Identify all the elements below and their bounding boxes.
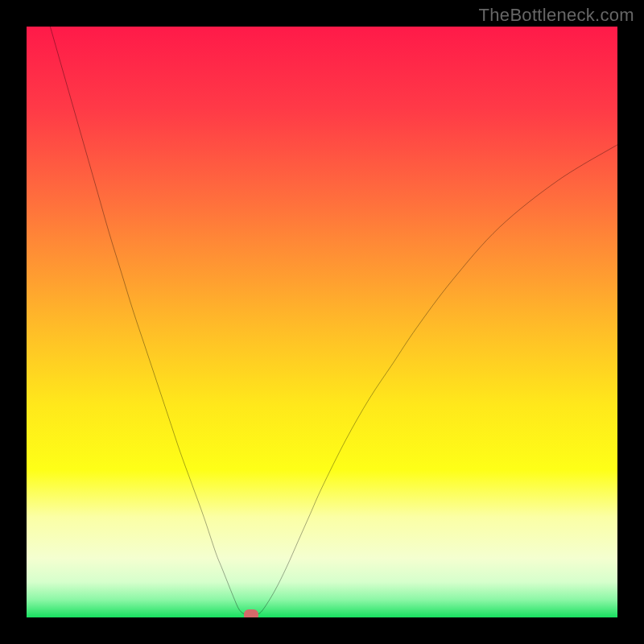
chart-frame: TheBottleneck.com bbox=[0, 0, 644, 644]
watermark-text: TheBottleneck.com bbox=[479, 5, 634, 26]
bottleneck-curve bbox=[50, 27, 617, 616]
optimal-marker bbox=[244, 609, 258, 617]
curve-layer bbox=[27, 27, 617, 617]
plot-area bbox=[27, 27, 617, 617]
